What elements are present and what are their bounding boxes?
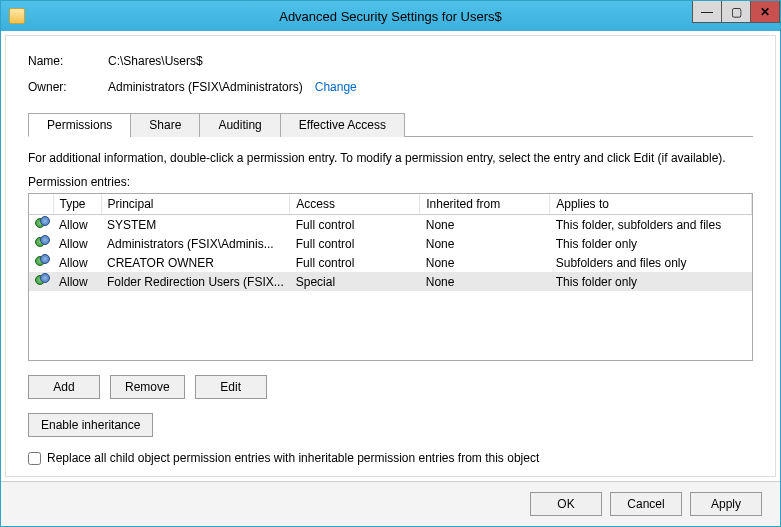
name-label: Name: [28, 54, 108, 68]
row-access: Full control [290, 215, 420, 235]
titlebar: Advanced Security Settings for Users$ — … [1, 1, 780, 31]
table-row[interactable]: AllowCREATOR OWNERFull controlNoneSubfol… [29, 253, 752, 272]
row-type: Allow [53, 253, 101, 272]
name-value: C:\Shares\Users$ [108, 54, 203, 68]
row-type: Allow [53, 234, 101, 253]
users-icon [35, 216, 51, 230]
col-applies[interactable]: Applies to [550, 194, 752, 215]
row-icon-cell [29, 253, 53, 272]
replace-checkbox-row: Replace all child object permission entr… [28, 451, 753, 465]
tab-permissions[interactable]: Permissions [28, 113, 131, 137]
table-row[interactable]: AllowFolder Redirection Users (FSIX...Sp… [29, 272, 752, 291]
row-type: Allow [53, 272, 101, 291]
users-icon [35, 273, 51, 287]
table-row[interactable]: AllowSYSTEMFull controlNoneThis folder, … [29, 215, 752, 235]
row-access: Full control [290, 234, 420, 253]
row-inherited: None [420, 253, 550, 272]
replace-checkbox[interactable] [28, 452, 41, 465]
row-inherited: None [420, 215, 550, 235]
row-applies: This folder only [550, 272, 752, 291]
inheritance-row: Enable inheritance [28, 413, 753, 437]
row-icon-cell [29, 234, 53, 253]
tab-share[interactable]: Share [130, 113, 200, 137]
table-row[interactable]: AllowAdministrators (FSIX\Adminis...Full… [29, 234, 752, 253]
maximize-button[interactable]: ▢ [721, 1, 751, 23]
owner-value: Administrators (FSIX\Administrators) [108, 80, 303, 94]
col-icon[interactable] [29, 194, 53, 215]
owner-row: Owner: Administrators (FSIX\Administrato… [28, 80, 753, 94]
owner-label: Owner: [28, 80, 108, 94]
cancel-button[interactable]: Cancel [610, 492, 682, 516]
permissions-table-wrap: Type Principal Access Inherited from App… [28, 193, 753, 361]
window-frame: Advanced Security Settings for Users$ — … [0, 0, 781, 527]
row-access: Special [290, 272, 420, 291]
remove-button[interactable]: Remove [110, 375, 185, 399]
minimize-button[interactable]: — [692, 1, 722, 23]
tab-auditing[interactable]: Auditing [199, 113, 280, 137]
edit-button[interactable]: Edit [195, 375, 267, 399]
users-icon [35, 235, 51, 249]
window-controls: — ▢ ✕ [693, 1, 780, 23]
users-icon [35, 254, 51, 268]
col-access[interactable]: Access [290, 194, 420, 215]
row-principal: SYSTEM [101, 215, 290, 235]
row-icon-cell [29, 215, 53, 235]
table-header-row: Type Principal Access Inherited from App… [29, 194, 752, 215]
row-inherited: None [420, 272, 550, 291]
action-button-row: Add Remove Edit [28, 375, 753, 399]
row-icon-cell [29, 272, 53, 291]
dialog-footer: OK Cancel Apply [1, 481, 780, 526]
row-applies: This folder, subfolders and files [550, 215, 752, 235]
row-inherited: None [420, 234, 550, 253]
add-button[interactable]: Add [28, 375, 100, 399]
row-principal: Administrators (FSIX\Adminis... [101, 234, 290, 253]
permissions-table: Type Principal Access Inherited from App… [29, 194, 752, 291]
row-principal: Folder Redirection Users (FSIX... [101, 272, 290, 291]
close-button[interactable]: ✕ [750, 1, 780, 23]
col-type[interactable]: Type [53, 194, 101, 215]
apply-button[interactable]: Apply [690, 492, 762, 516]
instruction-text: For additional information, double-click… [28, 151, 753, 165]
entries-label: Permission entries: [28, 175, 753, 189]
row-principal: CREATOR OWNER [101, 253, 290, 272]
window-title: Advanced Security Settings for Users$ [1, 9, 780, 24]
change-owner-link[interactable]: Change [315, 80, 357, 94]
tab-strip: Permissions Share Auditing Effective Acc… [28, 112, 753, 137]
name-row: Name: C:\Shares\Users$ [28, 54, 753, 68]
ok-button[interactable]: OK [530, 492, 602, 516]
content-area: Name: C:\Shares\Users$ Owner: Administra… [5, 35, 776, 477]
row-applies: This folder only [550, 234, 752, 253]
row-access: Full control [290, 253, 420, 272]
replace-checkbox-label: Replace all child object permission entr… [47, 451, 539, 465]
col-principal[interactable]: Principal [101, 194, 290, 215]
enable-inheritance-button[interactable]: Enable inheritance [28, 413, 153, 437]
row-applies: Subfolders and files only [550, 253, 752, 272]
tab-effective-access[interactable]: Effective Access [280, 113, 405, 137]
row-type: Allow [53, 215, 101, 235]
col-inherited[interactable]: Inherited from [420, 194, 550, 215]
